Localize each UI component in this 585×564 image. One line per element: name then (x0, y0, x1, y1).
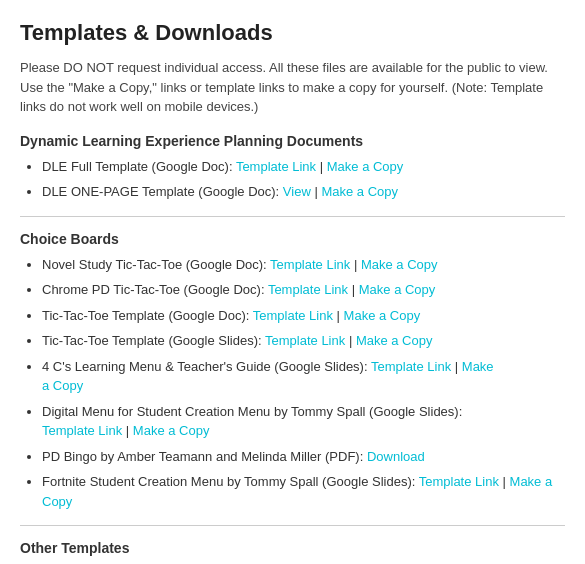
item-text: DLE ONE-PAGE Template (Google Doc): (42, 184, 283, 199)
list-item: 4 C's Learning Menu & Teacher's Guide (G… (42, 357, 565, 396)
divider-1 (20, 216, 565, 217)
list-item: Digital Menu for Student Creation Menu b… (42, 402, 565, 441)
section-choice-boards-title: Choice Boards (20, 231, 565, 247)
list-item: Chrome PD Tic-Tac-Toe (Google Doc): Temp… (42, 280, 565, 300)
list-item: Novel Study Tic-Tac-Toe (Google Doc): Te… (42, 255, 565, 275)
ttt-doc-copy-link[interactable]: Make a Copy (344, 308, 421, 323)
list-item: Tic-Tac-Toe Template (Google Doc): Templ… (42, 306, 565, 326)
4cs-template-link[interactable]: Template Link (371, 359, 451, 374)
item-text: Digital Menu for Student Creation Menu b… (42, 404, 462, 419)
item-text: Chrome PD Tic-Tac-Toe (Google Doc): (42, 282, 268, 297)
section-other-templates-title: Other Templates (20, 540, 565, 556)
item-text: Tic-Tac-Toe Template (Google Slides): (42, 333, 265, 348)
dle-full-copy-link[interactable]: Make a Copy (327, 159, 404, 174)
ttt-slides-template-link[interactable]: Template Link (265, 333, 345, 348)
section-choice-boards: Choice Boards Novel Study Tic-Tac-Toe (G… (20, 231, 565, 512)
digital-menu-template-link[interactable]: Template Link (42, 423, 122, 438)
separator: | (320, 159, 327, 174)
separator: | (354, 257, 361, 272)
dynamic-learning-list: DLE Full Template (Google Doc): Template… (20, 157, 565, 202)
item-text: Fortnite Student Creation Menu by Tommy … (42, 474, 419, 489)
ttt-doc-template-link[interactable]: Template Link (253, 308, 333, 323)
novel-study-copy-link[interactable]: Make a Copy (361, 257, 438, 272)
dle-onepage-copy-link[interactable]: Make a Copy (321, 184, 398, 199)
chrome-pd-copy-link[interactable]: Make a Copy (359, 282, 436, 297)
ttt-slides-copy-link[interactable]: Make a Copy (356, 333, 433, 348)
list-item: DLE ONE-PAGE Template (Google Doc): View… (42, 182, 565, 202)
section-other-templates: Other Templates (20, 540, 565, 556)
digital-menu-copy-link[interactable]: Make a Copy (133, 423, 210, 438)
item-text: Novel Study Tic-Tac-Toe (Google Doc): (42, 257, 270, 272)
dle-onepage-view-link[interactable]: View (283, 184, 311, 199)
fortnite-template-link[interactable]: Template Link (419, 474, 499, 489)
choice-boards-list: Novel Study Tic-Tac-Toe (Google Doc): Te… (20, 255, 565, 512)
section-dynamic-learning-title: Dynamic Learning Experience Planning Doc… (20, 133, 565, 149)
pd-bingo-download-link[interactable]: Download (367, 449, 425, 464)
page-title: Templates & Downloads (20, 20, 565, 46)
list-item: PD Bingo by Amber Teamann and Melinda Mi… (42, 447, 565, 467)
list-item: DLE Full Template (Google Doc): Template… (42, 157, 565, 177)
novel-study-template-link[interactable]: Template Link (270, 257, 350, 272)
separator: | (455, 359, 462, 374)
item-text: DLE Full Template (Google Doc): (42, 159, 236, 174)
item-text: 4 C's Learning Menu & Teacher's Guide (G… (42, 359, 371, 374)
divider-2 (20, 525, 565, 526)
separator: | (349, 333, 356, 348)
separator: | (337, 308, 344, 323)
item-text: Tic-Tac-Toe Template (Google Doc): (42, 308, 253, 323)
section-dynamic-learning: Dynamic Learning Experience Planning Doc… (20, 133, 565, 202)
item-text: PD Bingo by Amber Teamann and Melinda Mi… (42, 449, 367, 464)
list-item: Tic-Tac-Toe Template (Google Slides): Te… (42, 331, 565, 351)
separator: | (126, 423, 133, 438)
intro-text: Please DO NOT request individual access.… (20, 58, 565, 117)
separator: | (352, 282, 359, 297)
dle-full-template-link[interactable]: Template Link (236, 159, 316, 174)
chrome-pd-template-link[interactable]: Template Link (268, 282, 348, 297)
separator: | (503, 474, 510, 489)
list-item: Fortnite Student Creation Menu by Tommy … (42, 472, 565, 511)
